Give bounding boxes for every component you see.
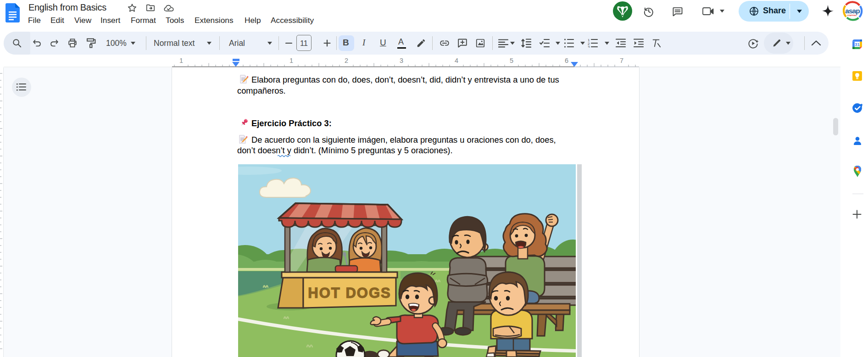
svg-text:2: 2 [345, 57, 348, 64]
svg-text:3: 3 [588, 45, 590, 48]
svg-text:HOT DOGS: HOT DOGS [308, 285, 391, 301]
svg-text:STAFFING: STAFFING [847, 14, 857, 17]
svg-text:1: 1 [179, 57, 183, 64]
svg-text:5: 5 [510, 57, 513, 64]
svg-text:7: 7 [620, 57, 623, 64]
svg-text:asap: asap [845, 7, 860, 15]
svg-text:31: 31 [855, 42, 860, 47]
svg-text:3: 3 [400, 57, 403, 64]
svg-text:6: 6 [565, 57, 568, 64]
svg-text:4: 4 [455, 57, 458, 64]
svg-text:1: 1 [289, 57, 293, 64]
